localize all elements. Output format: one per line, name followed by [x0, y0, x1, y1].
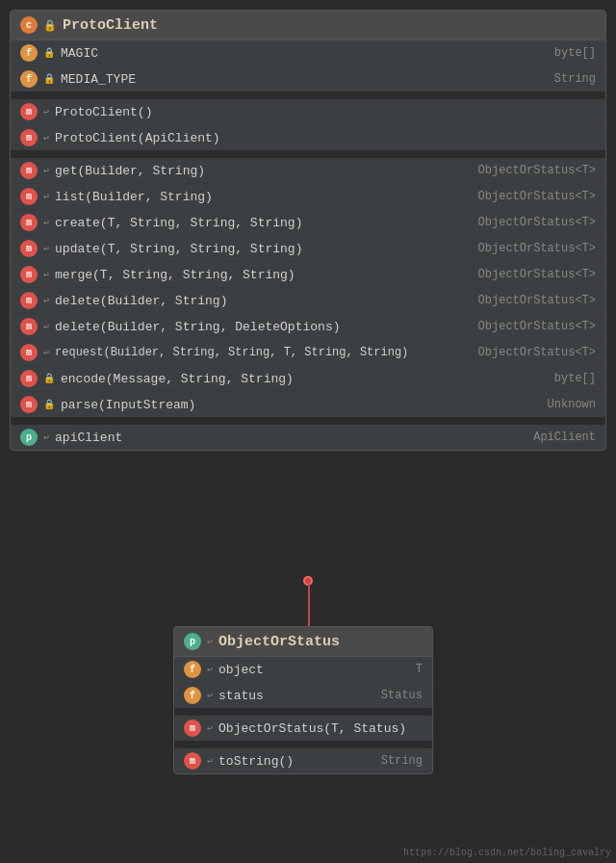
- member-name: ProtoClient(ApiClient): [55, 131, 596, 145]
- member-name: toString(): [218, 754, 375, 769]
- member-type: Unknown: [548, 398, 596, 411]
- member-type: ObjectOrStatus<T>: [478, 216, 596, 229]
- arrow-icon: ↩: [43, 132, 49, 144]
- class-name: ProtoClient: [63, 17, 158, 34]
- arrow-icon: ↩: [207, 755, 213, 767]
- arrow-icon: ↩: [43, 217, 49, 228]
- methods-section: m ↩ get(Builder, String) ObjectOrStatus<…: [11, 158, 605, 417]
- section-divider: [174, 708, 432, 716]
- method-icon: m: [20, 188, 38, 205]
- member-name: parse(InputStream): [61, 398, 542, 412]
- method-icon: m: [184, 719, 201, 737]
- table-row[interactable]: m ↩ ProtoClient(ApiClient): [11, 125, 605, 150]
- member-name: update(T, String, String, String): [55, 242, 473, 256]
- method-icon: m: [20, 103, 38, 120]
- arrow-icon: ↩: [43, 347, 49, 358]
- table-row[interactable]: m ↩ get(Builder, String) ObjectOrStatus<…: [11, 158, 605, 184]
- member-type: T: [416, 663, 423, 676]
- table-row[interactable]: m ↩ delete(Builder, String, DeleteOption…: [11, 314, 605, 340]
- section-divider: [174, 741, 432, 748]
- section-divider: [11, 150, 605, 158]
- table-row[interactable]: m ↩ merge(T, String, String, String) Obj…: [11, 262, 605, 288]
- method-icon: m: [184, 752, 201, 770]
- table-row[interactable]: f ↩ object T: [174, 657, 432, 683]
- connector-line: [308, 579, 310, 627]
- table-row[interactable]: f 🔒 MEDIA_TYPE String: [11, 66, 605, 92]
- method-icon: m: [20, 266, 38, 283]
- table-row[interactable]: m 🔒 parse(InputStream) Unknown: [11, 392, 605, 417]
- member-name: delete(Builder, String, DeleteOptions): [55, 320, 473, 334]
- member-type: ObjectOrStatus<T>: [478, 346, 596, 359]
- arrow-icon: ↩: [207, 636, 213, 647]
- member-type: ObjectOrStatus<T>: [478, 164, 596, 177]
- arrow-icon: ↩: [207, 664, 213, 675]
- method-icon: m: [20, 292, 38, 309]
- member-name: ProtoClient(): [55, 105, 596, 119]
- methods-section: m ↩ toString() String: [174, 748, 432, 773]
- object-or-status-card: p ↩ ObjectOrStatus f ↩ object T f ↩ stat…: [173, 626, 433, 774]
- fields-section: f 🔒 MAGIC byte[] f 🔒 MEDIA_TYPE String: [11, 40, 605, 92]
- constructors-section: m ↩ ProtoClient() m ↩ ProtoClient(ApiCli…: [11, 99, 605, 150]
- member-type: byte[]: [554, 372, 596, 385]
- method-icon: m: [20, 370, 38, 387]
- member-name: list(Builder, String): [55, 190, 473, 204]
- field-icon: f: [20, 70, 38, 88]
- member-type: String: [554, 72, 596, 86]
- method-icon: m: [20, 240, 38, 257]
- member-name: MAGIC: [61, 46, 549, 61]
- member-name: status: [218, 689, 375, 703]
- method-icon: m: [20, 318, 38, 335]
- table-row[interactable]: m ↩ list(Builder, String) ObjectOrStatus…: [11, 184, 605, 210]
- member-type: ObjectOrStatus<T>: [478, 242, 596, 255]
- properties-section: p ↩ apiClient ApiClient: [11, 425, 605, 450]
- member-name: MEDIA_TYPE: [61, 72, 549, 87]
- method-icon: m: [20, 214, 38, 231]
- arrow-icon: ↩: [43, 165, 49, 176]
- member-name: encode(Message, String, String): [61, 372, 549, 386]
- member-type: ObjectOrStatus<T>: [478, 320, 596, 333]
- table-row[interactable]: m 🔒 encode(Message, String, String) byte…: [11, 366, 605, 392]
- arrow-icon: ↩: [207, 690, 213, 701]
- member-type: ApiClient: [533, 431, 596, 444]
- lock-icon: 🔒: [43, 373, 55, 384]
- section-divider: [11, 417, 605, 425]
- table-row[interactable]: f 🔒 MAGIC byte[]: [11, 40, 605, 66]
- table-row[interactable]: m ↩ delete(Builder, String) ObjectOrStat…: [11, 288, 605, 314]
- proto-client-card: c 🔒 ProtoClient f 🔒 MAGIC byte[] f 🔒 MED…: [10, 10, 606, 451]
- member-name: request(Builder, String, String, T, Stri…: [55, 346, 473, 359]
- class-icon: c: [20, 16, 38, 34]
- constructors-section: m ↩ ObjectOrStatus(T, Status): [174, 716, 432, 741]
- table-row[interactable]: f ↩ status Status: [174, 683, 432, 708]
- member-type: byte[]: [554, 46, 596, 60]
- member-type: Status: [381, 689, 423, 702]
- field-icon: f: [184, 661, 201, 678]
- table-row[interactable]: m ↩ update(T, String, String, String) Ob…: [11, 236, 605, 262]
- table-row[interactable]: m ↩ create(T, String, String, String) Ob…: [11, 210, 605, 236]
- table-row[interactable]: m ↩ request(Builder, String, String, T, …: [11, 340, 605, 366]
- section-divider: [11, 92, 605, 99]
- object-or-status-header: p ↩ ObjectOrStatus: [174, 627, 432, 657]
- arrow-icon: ↩: [43, 243, 49, 254]
- proto-client-header: c 🔒 ProtoClient: [11, 11, 605, 40]
- method-icon: m: [20, 344, 38, 361]
- member-type: ObjectOrStatus<T>: [478, 294, 596, 307]
- arrow-icon: ↩: [43, 269, 49, 280]
- table-row[interactable]: m ↩ ObjectOrStatus(T, Status): [174, 716, 432, 741]
- member-type: ObjectOrStatus<T>: [478, 190, 596, 203]
- member-name: object: [218, 663, 410, 677]
- member-name: create(T, String, String, String): [55, 216, 473, 230]
- lock-icon: 🔒: [43, 399, 55, 410]
- member-name: apiClient: [55, 431, 527, 445]
- lock-icon: 🔒: [43, 19, 57, 32]
- table-row[interactable]: m ↩ toString() String: [174, 748, 432, 773]
- lock-icon: 🔒: [43, 73, 55, 85]
- table-row[interactable]: p ↩ apiClient ApiClient: [11, 425, 605, 450]
- fields-section: f ↩ object T f ↩ status Status: [174, 657, 432, 708]
- table-row[interactable]: m ↩ ProtoClient(): [11, 99, 605, 125]
- arrow-icon: ↩: [43, 191, 49, 202]
- watermark: https://blog.csdn.net/boling_cavalry: [403, 848, 611, 858]
- arrow-icon: ↩: [43, 432, 49, 443]
- arrow-icon: ↩: [43, 321, 49, 332]
- method-icon: m: [20, 396, 38, 413]
- property-icon: p: [20, 429, 38, 446]
